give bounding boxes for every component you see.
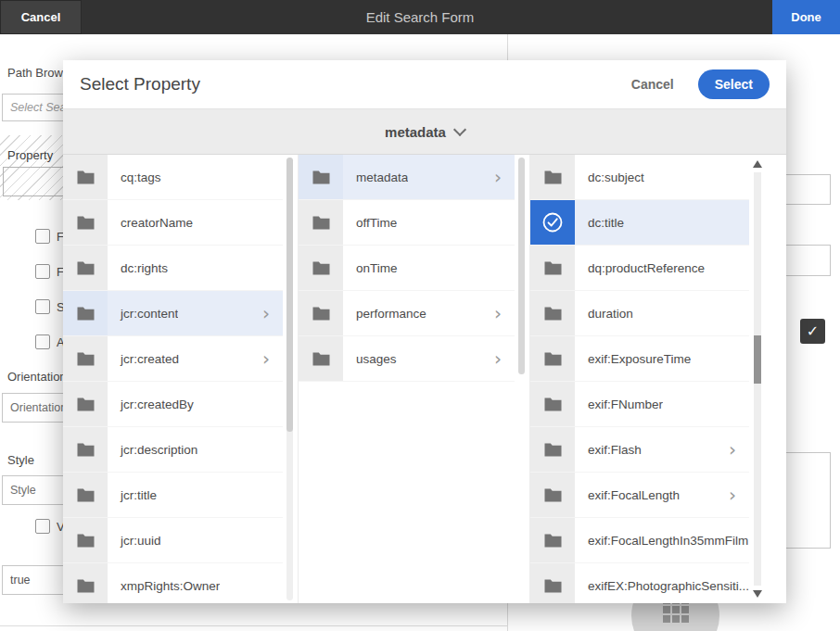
- dialog-cancel-button[interactable]: Cancel: [626, 76, 680, 93]
- scrollbar[interactable]: [753, 160, 762, 598]
- item-label: onTime: [343, 261, 398, 275]
- list-item[interactable]: creatorName: [63, 200, 283, 246]
- item-label: exif:FocalLength: [575, 488, 680, 502]
- item-label: metadata: [343, 170, 408, 184]
- checkbox-unchecked[interactable]: [35, 334, 50, 349]
- list-item[interactable]: jcr:uuid: [63, 518, 283, 563]
- item-label: dc:title: [575, 216, 624, 230]
- item-label: jcr:createdBy: [108, 398, 194, 411]
- item-label: dq:productReference: [575, 261, 705, 275]
- list-item[interactable]: exifEX:PhotographicSensiti...: [530, 563, 749, 603]
- list-item[interactable]: duration: [530, 291, 749, 336]
- folder-icon: [530, 246, 575, 290]
- folder-icon: [299, 291, 343, 335]
- column-2: metadata›offTimeonTimeperformance›usages…: [299, 155, 530, 603]
- chevron-right-icon: ›: [494, 349, 515, 368]
- item-label: duration: [575, 307, 633, 321]
- list-item[interactable]: usages›: [299, 336, 515, 382]
- item-label: xmpRights:Owner: [108, 579, 220, 593]
- column-3: dc:subjectdc:titledq:productReferencedur…: [530, 155, 786, 603]
- list-item[interactable]: exif:FocalLength›: [530, 473, 749, 518]
- item-label: jcr:content: [108, 307, 178, 321]
- style-label: Style: [7, 453, 34, 467]
- scrollbar[interactable]: [518, 158, 525, 600]
- folder-icon: [63, 518, 108, 562]
- item-label: exif:FNumber: [575, 398, 663, 411]
- item-label: jcr:title: [108, 488, 157, 502]
- folder-icon: [63, 291, 108, 335]
- scroll-down-icon[interactable]: [753, 590, 762, 598]
- list-item[interactable]: xmpRights:Owner: [63, 563, 283, 603]
- list-item[interactable]: metadata›: [299, 155, 515, 200]
- list-item[interactable]: jcr:description: [63, 427, 283, 473]
- list-item[interactable]: dq:productReference: [530, 246, 749, 291]
- item-label: exifEX:PhotographicSensiti...: [575, 579, 749, 593]
- folder-icon: [63, 336, 108, 381]
- scrollbar-thumb[interactable]: [754, 335, 761, 384]
- column-1: cq:tagscreatorNamedc:rightsjcr:content›j…: [63, 155, 299, 603]
- property-label: Property: [7, 148, 53, 162]
- checkbox-checked[interactable]: ✓: [800, 319, 825, 344]
- orientation-label: Orientation: [7, 370, 67, 384]
- list-item[interactable]: cq:tags: [63, 155, 283, 200]
- item-label: exif:Flash: [575, 443, 642, 457]
- checkbox-unchecked[interactable]: [35, 519, 50, 534]
- chevron-right-icon: ›: [729, 486, 749, 504]
- list-item[interactable]: dc:rights: [63, 246, 283, 291]
- folder-icon: [63, 155, 108, 199]
- folder-icon: [299, 200, 343, 245]
- checkbox-unchecked[interactable]: [35, 299, 50, 314]
- checkbox-unchecked[interactable]: [35, 264, 50, 279]
- list-item[interactable]: jcr:content›: [63, 291, 283, 336]
- breadcrumb-label: metadata: [385, 124, 446, 140]
- folder-icon: [299, 336, 343, 381]
- list-item[interactable]: exif:FNumber: [530, 382, 749, 427]
- chevron-right-icon: ›: [262, 349, 283, 368]
- breadcrumb-dropdown[interactable]: metadata: [63, 108, 786, 155]
- chevron-right-icon: ›: [494, 168, 515, 186]
- folder-icon: [63, 246, 108, 290]
- dialog-title: Select Property: [80, 74, 626, 95]
- list-item[interactable]: jcr:created›: [63, 336, 283, 382]
- scroll-up-icon[interactable]: [753, 160, 762, 168]
- scrollbar-thumb[interactable]: [286, 158, 293, 432]
- folder-icon: [63, 473, 108, 517]
- list-item[interactable]: offTime: [299, 200, 515, 246]
- item-label: jcr:description: [108, 443, 197, 457]
- chevron-right-icon: ›: [494, 304, 515, 322]
- top-toolbar: Cancel Edit Search Form Done: [0, 0, 840, 34]
- list-item[interactable]: performance›: [299, 291, 515, 336]
- list-item[interactable]: onTime: [299, 246, 515, 291]
- topbar-cancel-button[interactable]: Cancel: [0, 0, 82, 34]
- bottom-divider: [0, 625, 507, 626]
- topbar-done-button[interactable]: Done: [772, 0, 840, 34]
- list-item[interactable]: exif:Flash›: [530, 427, 749, 473]
- item-label: creatorName: [108, 216, 193, 230]
- list-item[interactable]: dc:subject: [530, 155, 749, 200]
- item-label: jcr:created: [108, 352, 179, 366]
- list-item[interactable]: dc:title: [530, 200, 749, 246]
- checkbox-unchecked[interactable]: [35, 229, 50, 244]
- scrollbar-thumb[interactable]: [518, 158, 525, 374]
- folder-icon: [299, 246, 343, 290]
- list-item[interactable]: jcr:createdBy: [63, 382, 283, 427]
- folder-icon: [530, 382, 575, 426]
- chevron-right-icon: ›: [729, 440, 749, 459]
- list-item[interactable]: exif:FocalLengthIn35mmFilm: [530, 518, 749, 563]
- item-label: offTime: [343, 216, 397, 230]
- folder-icon: [530, 155, 575, 199]
- select-property-dialog: Select Property Cancel Select metadata c…: [63, 60, 786, 603]
- folder-icon: [530, 473, 575, 517]
- folder-icon: [63, 563, 108, 603]
- list-item[interactable]: jcr:title: [63, 473, 283, 518]
- folder-icon: [530, 563, 575, 603]
- screen: Path Browse Property File TyFile SizStat…: [0, 0, 840, 631]
- item-label: exif:ExposureTime: [575, 352, 691, 366]
- folder-icon: [299, 155, 343, 199]
- list-item[interactable]: exif:ExposureTime: [530, 336, 749, 382]
- scrollbar[interactable]: [286, 158, 293, 600]
- item-label: usages: [343, 352, 397, 366]
- dialog-select-button[interactable]: Select: [698, 69, 770, 99]
- folder-icon: [63, 427, 108, 472]
- folder-icon: [530, 336, 575, 381]
